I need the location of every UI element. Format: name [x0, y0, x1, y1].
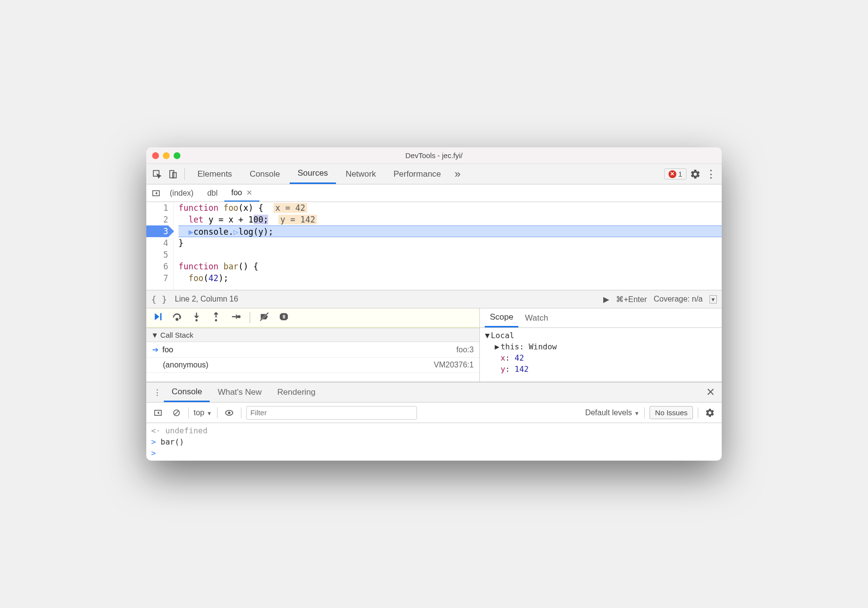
code-line: foo(42);	[178, 272, 722, 284]
tab-sources[interactable]: Sources	[290, 164, 335, 184]
divider	[644, 407, 645, 418]
error-count-badge[interactable]: ✕ 1	[664, 168, 687, 180]
line-gutter[interactable]: 1 2 3 4 5 6 7	[146, 202, 174, 290]
call-stack-header[interactable]: ▼ Call Stack	[146, 328, 479, 342]
file-tabs: (index) dbl foo ✕	[146, 184, 722, 202]
tab-watch[interactable]: Watch	[520, 308, 553, 327]
debugger-panels: ▼ Call Stack ➔ foo foo:3 (anonymous) VM2…	[146, 308, 722, 382]
line-number[interactable]: 6	[146, 261, 168, 272]
console-row: > bar()	[151, 436, 717, 447]
line-number[interactable]: 2	[146, 214, 168, 225]
pretty-print-icon[interactable]: { }	[151, 294, 167, 304]
svg-point-17	[228, 411, 230, 414]
cursor-position: Line 2, Column 16	[175, 295, 238, 304]
filter-input[interactable]	[246, 406, 417, 420]
file-tab-dbl[interactable]: dbl	[200, 184, 224, 202]
close-drawer-icon[interactable]: ✕	[703, 386, 718, 399]
scope-group[interactable]: ▼Local	[485, 330, 717, 341]
drawer-tabs: ⋮ Console What's New Rendering ✕	[146, 382, 722, 403]
debugger-toolbar	[146, 308, 479, 328]
line-number[interactable]: 1	[146, 202, 168, 214]
scope-variable[interactable]: x: 42	[485, 352, 717, 364]
more-tabs-icon[interactable]: »	[451, 167, 464, 181]
kebab-menu-icon[interactable]: ⋮	[704, 167, 718, 181]
code-line: function bar() {	[178, 261, 722, 272]
console-settings-icon[interactable]	[703, 406, 717, 420]
scope-variable[interactable]: y: 142	[485, 364, 717, 375]
run-snippet-icon[interactable]: ▶	[603, 295, 609, 304]
stack-frame[interactable]: (anonymous) VM20376:1	[146, 358, 479, 373]
stack-frame-name: (anonymous)	[163, 361, 208, 369]
line-number-active[interactable]: 3	[146, 225, 168, 237]
live-expression-icon[interactable]	[222, 406, 236, 420]
tab-console[interactable]: Console	[242, 164, 288, 184]
scope-watch-tabs: Scope Watch	[480, 308, 722, 328]
file-tab-foo[interactable]: foo ✕	[224, 184, 259, 202]
console-prompt[interactable]: >	[151, 447, 717, 459]
toggle-sidebar-icon[interactable]	[151, 406, 165, 420]
window-title: DevTools - jec.fyi/	[146, 151, 722, 160]
titlebar: DevTools - jec.fyi/	[146, 147, 722, 164]
step-into-icon[interactable]	[191, 311, 202, 324]
svg-point-5	[176, 319, 178, 321]
tab-scope[interactable]: Scope	[485, 308, 518, 327]
file-tab-label: foo	[231, 188, 242, 197]
tab-elements[interactable]: Elements	[190, 164, 240, 184]
close-file-icon[interactable]: ✕	[246, 188, 253, 197]
debugger-left: ▼ Call Stack ➔ foo foo:3 (anonymous) VM2…	[146, 308, 480, 382]
divider	[184, 168, 185, 180]
tab-performance[interactable]: Performance	[386, 164, 449, 184]
code-body[interactable]: function foo(x) { x = 42 let y = x + 100…	[174, 202, 722, 290]
tab-network[interactable]: Network	[338, 164, 384, 184]
drawer-tab-rendering[interactable]: Rendering	[270, 383, 323, 402]
console-row: <· undefined	[151, 425, 717, 436]
scope-variable[interactable]: ▶this: Window	[485, 341, 717, 352]
svg-rect-12	[284, 315, 285, 318]
console-output[interactable]: <· undefined > bar() >	[146, 423, 722, 461]
expand-panel-icon[interactable]: ▾	[710, 295, 717, 304]
divider	[217, 407, 217, 418]
code-line: }	[178, 237, 722, 249]
scope-panel: ▼Local ▶this: Window x: 42 y: 142	[480, 328, 722, 382]
main-panel-tabs: Elements Console Sources Network Perform…	[146, 164, 722, 184]
line-number[interactable]: 4	[146, 237, 168, 249]
step-marker-icon: ▷	[234, 227, 238, 237]
code-line	[178, 249, 722, 261]
resume-icon[interactable]	[152, 311, 163, 324]
step-over-icon[interactable]	[172, 311, 182, 324]
drawer-tab-console[interactable]: Console	[164, 383, 210, 402]
svg-rect-11	[283, 315, 284, 318]
error-count: 1	[678, 170, 682, 178]
inspect-element-icon[interactable]	[150, 167, 164, 181]
issues-button[interactable]: No Issues	[650, 406, 693, 419]
svg-line-15	[175, 411, 178, 415]
log-levels-selector[interactable]: Default levels ▼	[585, 408, 639, 417]
inline-value-hint: x = 42	[274, 203, 307, 213]
code-editor[interactable]: 1 2 3 4 5 6 7 function foo(x) { x = 42 l…	[146, 202, 722, 290]
file-tab-index[interactable]: (index)	[163, 184, 200, 202]
pause-on-exceptions-icon[interactable]	[278, 311, 289, 324]
drawer-tab-whatsnew[interactable]: What's New	[210, 383, 269, 402]
line-number[interactable]: 7	[146, 272, 168, 284]
debugger-right: Scope Watch ▼Local ▶this: Window x: 42 y…	[480, 308, 722, 382]
code-line-execution: ▶console.▷log(y);	[178, 225, 722, 237]
svg-rect-4	[160, 313, 162, 321]
svg-point-8	[238, 316, 240, 318]
clear-console-icon[interactable]	[170, 406, 183, 420]
kebab-menu-icon[interactable]: ⋮	[150, 385, 164, 399]
devtools-window: DevTools - jec.fyi/ Elements Console Sou…	[146, 147, 722, 461]
context-selector[interactable]: top ▼	[194, 408, 212, 417]
stack-frame-name: foo	[162, 345, 173, 354]
device-toolbar-icon[interactable]	[166, 167, 179, 181]
collapse-icon: ▼	[151, 331, 158, 339]
settings-icon[interactable]	[689, 167, 702, 181]
step-icon[interactable]	[230, 311, 241, 324]
svg-point-6	[196, 319, 198, 322]
divider	[250, 312, 250, 323]
step-out-icon[interactable]	[211, 311, 221, 324]
deactivate-breakpoints-icon[interactable]	[259, 311, 270, 324]
svg-point-7	[215, 319, 217, 322]
stack-frame[interactable]: ➔ foo foo:3	[146, 342, 479, 358]
line-number[interactable]: 5	[146, 249, 168, 261]
show-navigator-icon[interactable]	[149, 186, 163, 200]
